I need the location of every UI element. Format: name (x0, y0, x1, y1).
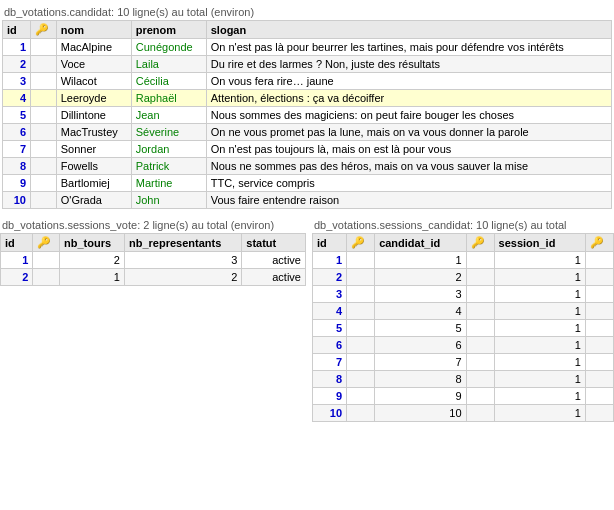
cell-cand-id: 3 (375, 286, 466, 303)
cell-key2 (466, 252, 494, 269)
cell-key (31, 175, 57, 192)
cell-prenom: Patrick (131, 158, 206, 175)
cell-sess-id: 1 (494, 337, 585, 354)
sv-col-id: id (1, 234, 33, 252)
cell-key2 (466, 371, 494, 388)
cell-nom: Wilacot (56, 73, 131, 90)
cell-prenom: Martine (131, 175, 206, 192)
cell-nom: Bartlomiej (56, 175, 131, 192)
cell-prenom: Laila (131, 56, 206, 73)
table-row: 5 Dillintone Jean Nous sommes des magici… (3, 107, 612, 124)
col-header-key: 🔑 (31, 21, 57, 39)
cell-key (347, 371, 375, 388)
cell-key2 (466, 320, 494, 337)
cell-key (31, 107, 57, 124)
cell-id: 10 (3, 192, 31, 209)
cell-id: 6 (313, 337, 347, 354)
cell-key3 (585, 405, 613, 422)
sessions-candidat-title: db_votations.sessions_candidat: 10 ligne… (312, 215, 614, 233)
cell-id: 6 (3, 124, 31, 141)
cell-key (347, 388, 375, 405)
cell-nb-tours: 1 (60, 269, 125, 286)
cell-slogan: On n'est pas toujours là, mais on est là… (206, 141, 611, 158)
cell-slogan: Nous ne sommes pas des héros, mais on va… (206, 158, 611, 175)
cell-key3 (585, 337, 613, 354)
cell-nom: Leeroyde (56, 90, 131, 107)
col-header-nom: nom (56, 21, 131, 39)
cell-key3 (585, 371, 613, 388)
cell-id: 1 (1, 252, 33, 269)
cell-id: 7 (313, 354, 347, 371)
cell-nb-rep: 2 (124, 269, 241, 286)
cell-slogan: On vous fera rire… jaune (206, 73, 611, 90)
cell-key2 (466, 354, 494, 371)
cell-sess-id: 1 (494, 388, 585, 405)
cell-key3 (585, 388, 613, 405)
cell-id: 3 (3, 73, 31, 90)
cell-key (33, 252, 60, 269)
cell-cand-id: 2 (375, 269, 466, 286)
cell-key3 (585, 354, 613, 371)
table-row: 8 8 1 (313, 371, 614, 388)
cell-id: 2 (3, 56, 31, 73)
cell-id: 3 (313, 286, 347, 303)
key-icon-sv: 🔑 (37, 236, 51, 248)
cell-prenom: Raphaël (131, 90, 206, 107)
cell-key3 (585, 303, 613, 320)
top-section: db_votations.candidat: 10 ligne(s) au to… (0, 0, 614, 211)
table-row: 7 Sonner Jordan On n'est pas toujours là… (3, 141, 612, 158)
bottom-row: db_votations.sessions_vote: 2 ligne(s) a… (0, 215, 614, 422)
cell-key (347, 320, 375, 337)
table-row: 9 Bartlomiej Martine TTC, service compri… (3, 175, 612, 192)
key-icon: 🔑 (35, 23, 49, 35)
sc-col-cand-id: candidat_id (375, 234, 466, 252)
cell-key2 (466, 303, 494, 320)
table-row: 2 1 2 active (1, 269, 306, 286)
sessions-vote-table: id 🔑 nb_tours nb_representants statut 1 … (0, 233, 306, 286)
table-row: 4 Leeroyde Raphaël Attention, élections … (3, 90, 612, 107)
cell-key (31, 158, 57, 175)
cell-id: 4 (3, 90, 31, 107)
cell-prenom: Jean (131, 107, 206, 124)
cell-prenom: Séverine (131, 124, 206, 141)
cell-cand-id: 7 (375, 354, 466, 371)
cell-sess-id: 1 (494, 252, 585, 269)
top-table-title: db_votations.candidat: 10 ligne(s) au to… (2, 2, 612, 20)
cell-slogan: On n'est pas là pour beurrer les tartine… (206, 39, 611, 56)
cell-prenom: Cunégonde (131, 39, 206, 56)
cell-statut: active (242, 269, 306, 286)
sv-col-statut: statut (242, 234, 306, 252)
cell-key (31, 56, 57, 73)
sc-col-id: id (313, 234, 347, 252)
cell-prenom: John (131, 192, 206, 209)
cell-key2 (466, 269, 494, 286)
cell-slogan: On ne vous promet pas la lune, mais on v… (206, 124, 611, 141)
cell-nom: Sonner (56, 141, 131, 158)
cell-id: 10 (313, 405, 347, 422)
cell-key3 (585, 320, 613, 337)
cell-slogan: Du rire et des larmes ? Non, juste des r… (206, 56, 611, 73)
sc-col-key2: 🔑 (466, 234, 494, 252)
cell-nb-tours: 2 (60, 252, 125, 269)
cell-key3 (585, 269, 613, 286)
cell-key2 (466, 388, 494, 405)
cell-key (33, 269, 60, 286)
cell-prenom: Jordan (131, 141, 206, 158)
cell-nom: MacTrustey (56, 124, 131, 141)
table-row: 3 Wilacot Cécilia On vous fera rire… jau… (3, 73, 612, 90)
cell-id: 9 (3, 175, 31, 192)
cell-cand-id: 8 (375, 371, 466, 388)
cell-nb-rep: 3 (124, 252, 241, 269)
cell-key (347, 286, 375, 303)
cell-key (31, 73, 57, 90)
cell-key (31, 141, 57, 158)
cell-cand-id: 1 (375, 252, 466, 269)
cell-key3 (585, 252, 613, 269)
cell-id: 2 (1, 269, 33, 286)
cell-key (347, 269, 375, 286)
cell-id: 5 (313, 320, 347, 337)
cell-id: 8 (3, 158, 31, 175)
cell-key2 (466, 337, 494, 354)
sc-col-key: 🔑 (347, 234, 375, 252)
key-icon-sc3: 🔑 (590, 236, 604, 248)
